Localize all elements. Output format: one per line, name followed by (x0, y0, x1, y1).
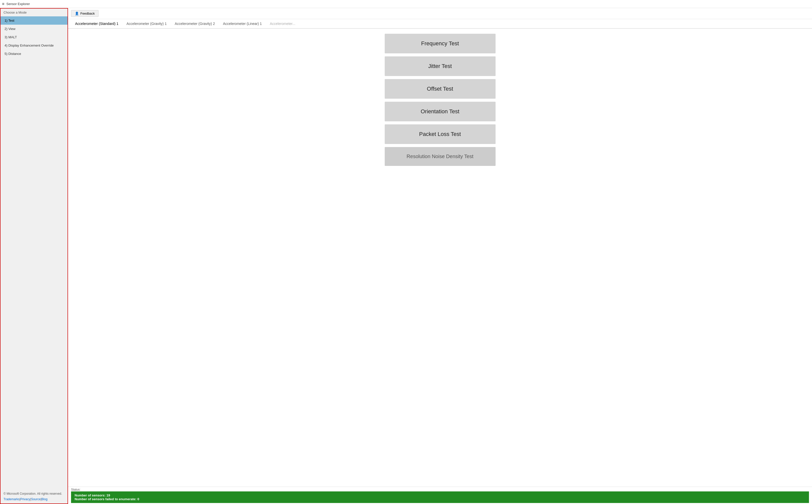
tab-4[interactable]: Accelerometer... (266, 19, 299, 29)
sidebar-link-privacy[interactable]: Privacy (20, 497, 30, 501)
status-line-1: Number of sensors: 19 (75, 493, 805, 497)
status-line-2: Number of sensors failed to enumerate: 0 (75, 497, 805, 501)
sidebar-link-source[interactable]: Source (31, 497, 41, 501)
test-button-2[interactable]: Offset Test (385, 79, 495, 99)
top-bar: 👤 Feedback (68, 8, 812, 19)
sidebar-header: Choose a Mode (1, 9, 67, 16)
test-button-3[interactable]: Orientation Test (385, 102, 495, 121)
hamburger-icon[interactable]: ≡ (2, 2, 4, 6)
sidebar-menu: 1) Test2) View3) MALT4) Display Enhancem… (1, 16, 67, 58)
test-button-1[interactable]: Jitter Test (385, 56, 495, 76)
tab-2[interactable]: Accelerometer (Gravity) 2 (170, 19, 219, 29)
title-bar: ≡ Sensor Explorer (0, 0, 812, 8)
test-button-4[interactable]: Packet Loss Test (385, 124, 495, 144)
app-title: Sensor Explorer (6, 2, 30, 6)
test-button-0[interactable]: Frequency Test (385, 34, 495, 53)
feedback-button[interactable]: 👤 Feedback (71, 10, 98, 17)
sidebar: Choose a Mode 1) Test2) View3) MALT4) Di… (0, 8, 68, 504)
sidebar-item-malt[interactable]: 3) MALT (1, 33, 67, 41)
tab-3[interactable]: Accelerometer (Linear) 1 (219, 19, 266, 29)
status-bar: Status: Number of sensors: 19 Number of … (68, 487, 812, 504)
test-area: Frequency TestJitter TestOffset TestOrie… (68, 29, 812, 487)
sidebar-link-blog[interactable]: Blog (41, 497, 47, 501)
sidebar-item-distance[interactable]: 5) Distance (1, 50, 67, 58)
tab-1[interactable]: Accelerometer (Gravity) 1 (122, 19, 170, 29)
status-green-box: Number of sensors: 19 Number of sensors … (71, 491, 809, 503)
status-label: Status: (71, 488, 809, 491)
sidebar-item-test[interactable]: 1) Test (1, 16, 67, 25)
sidebar-link-trademarks[interactable]: Trademarks (4, 497, 20, 501)
feedback-button-label: Feedback (80, 12, 95, 15)
sidebar-footer: © Microsoft Corporation. All rights rese… (1, 489, 67, 497)
sidebar-item-display-enhancement-override[interactable]: 4) Display Enhancement Override (1, 41, 67, 50)
tabs-bar: Accelerometer (Standard) 1Accelerometer … (68, 19, 812, 29)
tab-0[interactable]: Accelerometer (Standard) 1 (71, 19, 122, 29)
test-button-5[interactable]: Resolution Noise Density Test (385, 147, 495, 166)
sidebar-item-view[interactable]: 2) View (1, 25, 67, 33)
main-content: 👤 Feedback Accelerometer (Standard) 1Acc… (68, 8, 812, 504)
sidebar-links: Trademarks|Privacy|Source|Blog (1, 497, 67, 503)
person-feedback-icon: 👤 (75, 12, 79, 15)
main-layout: Choose a Mode 1) Test2) View3) MALT4) Di… (0, 8, 812, 504)
